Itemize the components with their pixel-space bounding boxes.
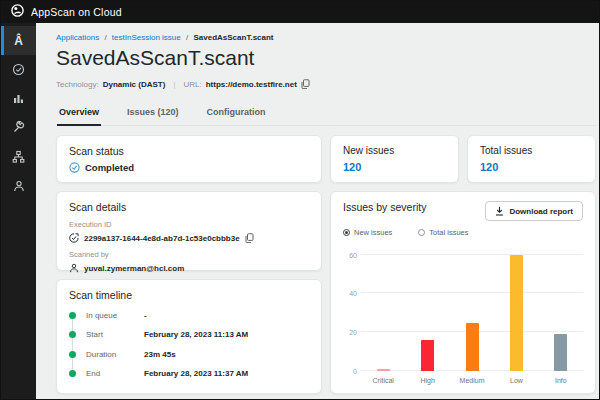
timeline-dot-icon xyxy=(69,351,76,358)
timeline-value: February 28, 2023 11:37 AM xyxy=(144,369,248,378)
left-column: Scan status Completed Scan details Execu… xyxy=(56,135,322,394)
scan-status-row: Completed xyxy=(69,162,309,173)
top-bar: AppScan on Cloud xyxy=(1,1,599,23)
bar-column xyxy=(539,245,583,371)
copy-icon xyxy=(301,79,310,89)
x-tick-label: Critical xyxy=(361,373,405,384)
copy-execution-id-button[interactable] xyxy=(245,233,254,243)
tab-configuration[interactable]: Configuration xyxy=(205,102,268,126)
chart-plot-area xyxy=(361,245,583,371)
new-issues-card: New issues 120 xyxy=(330,135,459,183)
timeline-row-start: Start February 28, 2023 11:13 AM xyxy=(69,330,309,339)
timeline-dot-icon xyxy=(69,331,76,338)
radio-label: Total issues xyxy=(429,228,468,237)
scan-status-value: Completed xyxy=(85,162,134,173)
sidebar: Â xyxy=(1,23,36,399)
severity-bar-medium[interactable] xyxy=(466,323,479,371)
technology-label: Technology: xyxy=(56,80,99,89)
radio-icon xyxy=(343,229,350,236)
sitemap-icon xyxy=(12,150,25,163)
timeline-list: In queue - Start February 28, 2023 11:13… xyxy=(69,311,309,384)
severity-bar-critical[interactable] xyxy=(377,369,390,371)
technology-value: Dynamic (DAST) xyxy=(103,80,166,89)
bar-column xyxy=(361,245,405,371)
sidebar-item-user[interactable] xyxy=(1,171,36,200)
breadcrumb-current: SavedAsScanT.scant xyxy=(193,33,273,42)
severity-bar-high[interactable] xyxy=(421,340,434,371)
breadcrumb-link-application[interactable]: testInSession issue xyxy=(112,33,181,42)
y-tick-label: 40 xyxy=(349,290,357,297)
x-tick-label: Medium xyxy=(450,373,494,384)
chart-y-axis: 0204060 xyxy=(343,245,361,371)
applications-icon: Â xyxy=(14,35,23,47)
timeline-row-duration: Duration 23m 45s xyxy=(69,350,309,359)
severity-bar-info[interactable] xyxy=(554,334,567,371)
severity-bar-chart: 0204060 CriticalHighMediumLowInfo xyxy=(343,245,583,384)
execution-icon xyxy=(69,233,79,243)
bar-column xyxy=(405,245,449,371)
sidebar-item-reports[interactable] xyxy=(1,84,36,113)
severity-bar-low[interactable] xyxy=(510,255,523,371)
scan-timeline-title: Scan timeline xyxy=(69,289,309,301)
timeline-label: Start xyxy=(86,330,144,339)
issues-by-severity-card: Issues by severity Download report xyxy=(330,191,596,394)
sidebar-item-applications[interactable]: Â xyxy=(1,26,36,55)
timeline-dot-icon xyxy=(69,312,76,319)
url-value: https://demo.testfire.net xyxy=(206,80,297,89)
breadcrumb-separator: / xyxy=(186,33,188,42)
breadcrumb-link-applications[interactable]: Applications xyxy=(56,33,99,42)
x-tick-label: Low xyxy=(494,373,538,384)
copy-url-button[interactable] xyxy=(301,79,310,89)
scan-check-icon xyxy=(12,63,25,76)
main-content: Applications / testInSession issue / Sav… xyxy=(36,23,599,399)
tab-bar: Overview Issues (120) Configuration xyxy=(56,102,596,126)
sidebar-item-scans[interactable] xyxy=(1,55,36,84)
timeline-dot-icon xyxy=(69,370,76,377)
timeline-value: February 28, 2023 11:13 AM xyxy=(144,330,248,339)
y-tick-label: 20 xyxy=(349,329,357,336)
timeline-row-end: End February 28, 2023 11:37 AM xyxy=(69,369,309,378)
timeline-value: 23m 45s xyxy=(144,350,176,359)
radio-label: New issues xyxy=(354,228,392,237)
scan-status-title: Scan status xyxy=(69,145,309,157)
total-issues-title: Total issues xyxy=(480,145,583,156)
download-report-button[interactable]: Download report xyxy=(485,201,583,221)
user-icon xyxy=(69,263,79,273)
scan-details-card: Scan details Execution ID 2299a137-1644-… xyxy=(56,191,322,271)
appscan-logo-icon xyxy=(11,3,24,21)
stat-cards-row: New issues 120 Total issues 120 xyxy=(330,135,596,183)
chart-series-toggle: New issues Total issues xyxy=(343,228,583,237)
radio-total-issues[interactable]: Total issues xyxy=(418,228,468,237)
meta-divider: | xyxy=(173,80,175,89)
sidebar-item-tools[interactable] xyxy=(1,113,36,142)
y-tick-label: 0 xyxy=(353,368,357,375)
total-issues-card: Total issues 120 xyxy=(467,135,596,183)
right-column: New issues 120 Total issues 120 Issues b… xyxy=(330,135,596,394)
bar-chart-icon xyxy=(12,92,25,105)
timeline-label: Duration xyxy=(86,350,144,359)
chart-bars xyxy=(361,245,583,371)
breadcrumb: Applications / testInSession issue / Sav… xyxy=(56,33,596,42)
scan-details-title: Scan details xyxy=(69,201,309,213)
wrench-icon xyxy=(12,121,25,134)
execution-id-label: Execution ID xyxy=(69,220,309,229)
breadcrumb-separator: / xyxy=(104,33,106,42)
chart-x-axis: CriticalHighMediumLowInfo xyxy=(361,371,583,384)
tab-issues[interactable]: Issues (120) xyxy=(125,102,181,126)
y-tick-label: 60 xyxy=(349,251,357,258)
scanned-by-row: yuval.zymerman@hcl.com xyxy=(69,263,309,273)
x-tick-label: Info xyxy=(539,373,583,384)
tab-overview[interactable]: Overview xyxy=(57,102,101,126)
severity-title: Issues by severity xyxy=(343,201,426,213)
sidebar-item-organization[interactable] xyxy=(1,142,36,171)
timeline-value: - xyxy=(144,311,147,320)
page-title: SavedAsScanT.scant xyxy=(56,46,596,70)
download-report-label: Download report xyxy=(509,207,573,216)
radio-new-issues[interactable]: New issues xyxy=(343,228,392,237)
timeline-label: In queue xyxy=(86,311,144,320)
total-issues-value: 120 xyxy=(480,161,583,173)
bar-column xyxy=(450,245,494,371)
scan-status-card: Scan status Completed xyxy=(56,135,322,183)
new-issues-value: 120 xyxy=(343,161,446,173)
timeline-row-in-queue: In queue - xyxy=(69,311,309,320)
